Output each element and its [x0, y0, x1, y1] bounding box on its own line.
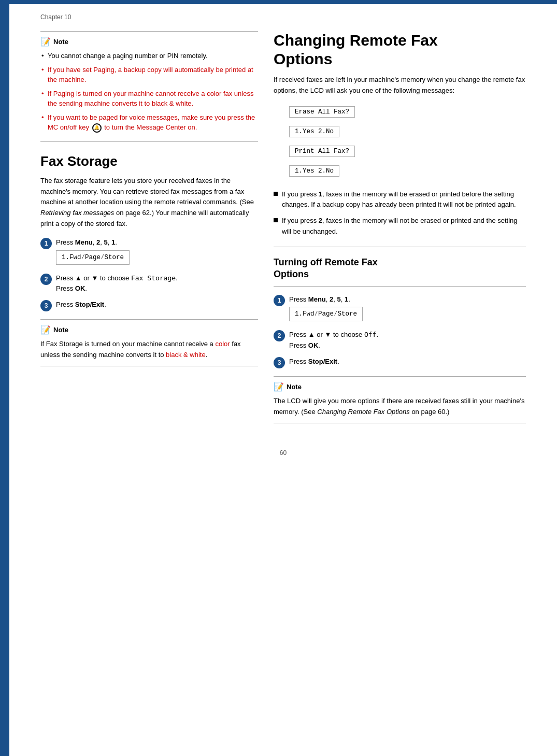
- bullet-sq-2: [274, 218, 278, 222]
- step-1-lcd: 1.Fwd∕Page∕Store: [56, 250, 130, 265]
- fax-storage-title: Fax Storage: [40, 153, 258, 169]
- color-text: color: [215, 340, 230, 348]
- turning-off-note-label: Note: [287, 383, 302, 391]
- bullet-2: If you press 2, faxes in the memory will…: [274, 216, 526, 237]
- lcd-group: Erase All Fax? 1.Yes 2.No Print All Fax?…: [289, 104, 526, 180]
- turning-off-step-1-lcd: 1.Fwd∕Page∕Store: [289, 307, 363, 321]
- note-item-2: If you have set Paging, a backup copy wi…: [40, 65, 258, 85]
- turning-off-title: Turning off Remote FaxOptions: [274, 256, 526, 281]
- changing-remote-section: Changing Remote FaxOptions If received f…: [274, 31, 526, 237]
- turning-off-note: 📝 Note The LCD will give you more option…: [274, 376, 526, 423]
- turning-off-step-1-num: 1: [274, 295, 285, 306]
- note-icon: 📝: [40, 37, 51, 47]
- turning-off-step-2-num: 2: [274, 330, 285, 341]
- lcd-yes-no-1: 1.Yes 2.No: [289, 126, 339, 137]
- turning-off-step-3-content: Press Stop/Exit.: [289, 356, 339, 367]
- note-list: You cannot change a paging number or PIN…: [40, 51, 258, 133]
- fax-storage-step-2: 2 Press ▲ or ▼ to choose Fax Storage. Pr…: [40, 273, 258, 295]
- note-item-3: If Paging is turned on your machine cann…: [40, 89, 258, 109]
- step-2-num: 2: [40, 274, 52, 285]
- note-title: 📝 Note: [40, 37, 258, 47]
- chapter-header: Chapter 10: [9, 4, 557, 26]
- bw-text: black & white: [166, 351, 206, 359]
- page-num-text: 60: [280, 449, 287, 457]
- lcd-yes-no-2: 1.Yes 2.No: [289, 165, 339, 177]
- turning-off-section: Turning off Remote FaxOptions 1 Press Me…: [274, 256, 526, 423]
- bullet-2-text: If you press 2, faxes in the memory will…: [282, 216, 526, 237]
- turning-off-note-title: 📝 Note: [274, 382, 526, 392]
- changing-remote-title: Changing Remote FaxOptions: [274, 31, 526, 68]
- content-area: 📝 Note You cannot change a paging number…: [9, 26, 557, 444]
- changing-remote-bullets: If you press 1, faxes in the memory will…: [274, 189, 526, 237]
- fax-storage-note-body: If Fax Storage is turned on your machine…: [40, 339, 258, 361]
- left-column: 📝 Note You cannot change a paging number…: [40, 31, 258, 429]
- turning-off-note-body: The LCD will give you more options if th…: [274, 396, 526, 418]
- top-bar: [9, 0, 557, 4]
- fax-storage-note-icon: 📝: [40, 325, 51, 335]
- top-note-box: 📝 Note You cannot change a paging number…: [40, 31, 258, 142]
- lcd-print-all: Print All Fax?: [289, 146, 355, 157]
- changing-remote-body: If received faxes are left in your machi…: [274, 75, 526, 96]
- bullet-1-text: If you press 1, faxes in the memory will…: [282, 189, 526, 211]
- note-label: Note: [53, 38, 68, 46]
- turning-off-step-1-content: Press Menu, 2, 5, 1. 1.Fwd∕Page∕Store: [289, 294, 363, 325]
- turning-off-step-3: 3 Press Stop/Exit.: [274, 356, 526, 368]
- divider-1: [274, 247, 526, 247]
- turning-off-step-1: 1 Press Menu, 2, 5, 1. 1.Fwd∕Page∕Store: [274, 294, 526, 325]
- mc-icon: 🔔: [92, 123, 102, 133]
- left-sidebar: [0, 0, 9, 756]
- bullet-sq-1: [274, 192, 278, 196]
- turning-off-step-3-num: 3: [274, 357, 285, 368]
- fax-storage-note-label: Note: [53, 326, 68, 334]
- step-1-content: Press Menu, 2, 5, 1. 1.Fwd∕Page∕Store: [56, 237, 130, 268]
- bullet-1: If you press 1, faxes in the memory will…: [274, 189, 526, 211]
- fax-storage-step-3: 3 Press Stop/Exit.: [40, 299, 258, 311]
- chapter-label: Chapter 10: [40, 13, 71, 21]
- main-content: Chapter 10 📝 Note You cannot change a pa…: [9, 0, 557, 756]
- step-2-content: Press ▲ or ▼ to choose Fax Storage. Pres…: [56, 273, 178, 295]
- step-3-content: Press Stop/Exit.: [56, 299, 106, 310]
- lcd-erase-all: Erase All Fax?: [289, 106, 355, 118]
- divider-2: [274, 286, 526, 287]
- note-item-1: You cannot change a paging number or PIN…: [40, 51, 258, 61]
- note-item-4: If you want to be paged for voice messag…: [40, 112, 258, 133]
- fax-storage-note-title: 📝 Note: [40, 325, 258, 335]
- page: Chapter 10 📝 Note You cannot change a pa…: [0, 0, 557, 756]
- right-column: Changing Remote FaxOptions If received f…: [274, 31, 526, 429]
- fax-storage-step-1: 1 Press Menu, 2, 5, 1. 1.Fwd∕Page∕Store: [40, 237, 258, 268]
- turning-off-step-2: 2 Press ▲ or ▼ to choose Off. Press OK.: [274, 330, 526, 351]
- turning-off-note-icon: 📝: [274, 382, 284, 392]
- turning-off-step-2-content: Press ▲ or ▼ to choose Off. Press OK.: [289, 330, 378, 351]
- step-3-num: 3: [40, 300, 52, 311]
- fax-storage-section: Fax Storage The fax storage feature lets…: [40, 153, 258, 366]
- fax-storage-note: 📝 Note If Fax Storage is turned on your …: [40, 319, 258, 366]
- fax-storage-body: The fax storage feature lets you store y…: [40, 176, 258, 230]
- page-number: 60: [9, 444, 557, 464]
- step-1-num: 1: [40, 238, 52, 249]
